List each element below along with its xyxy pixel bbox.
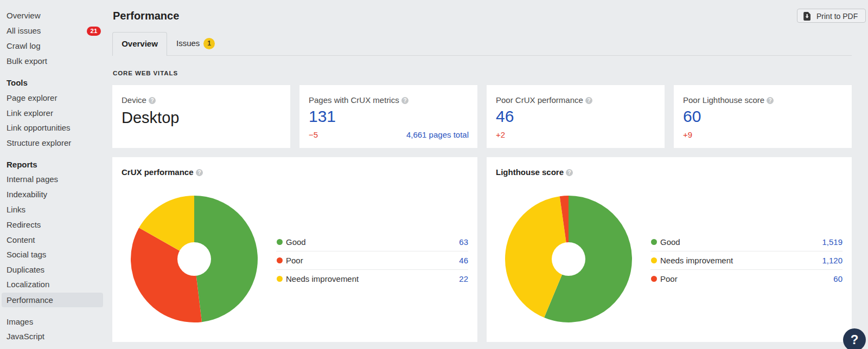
svg-text:?: ? (403, 98, 406, 104)
svg-text:?: ? (588, 98, 591, 104)
svg-text:?: ? (769, 98, 772, 104)
svg-text:?: ? (150, 98, 154, 104)
